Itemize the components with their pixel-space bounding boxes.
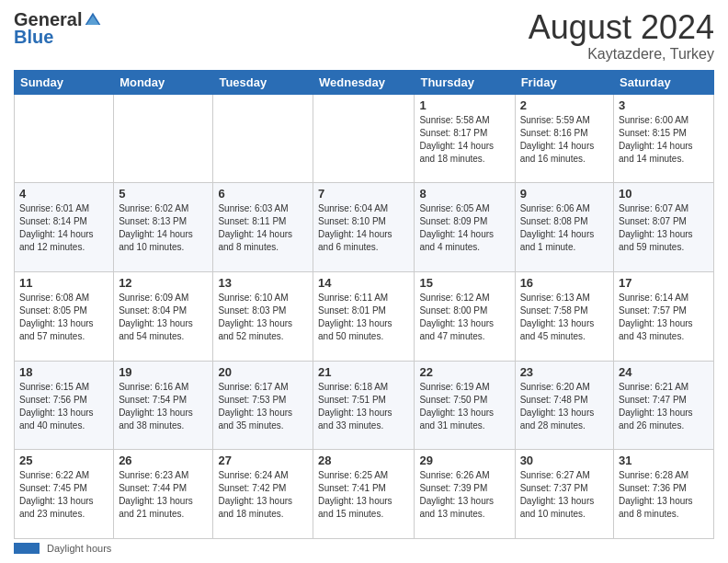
cal-cell: 11Sunrise: 6:08 AM Sunset: 8:05 PM Dayli… [15, 271, 114, 361]
day-number: 12 [119, 276, 208, 290]
calendar: SundayMondayTuesdayWednesdayThursdayFrid… [14, 70, 714, 539]
cal-cell [114, 94, 213, 183]
cal-cell: 9Sunrise: 6:06 AM Sunset: 8:08 PM Daylig… [515, 183, 613, 272]
day-detail: Sunrise: 6:28 AM Sunset: 7:36 PM Dayligh… [619, 470, 693, 519]
day-detail: Sunrise: 6:17 AM Sunset: 7:53 PM Dayligh… [218, 382, 292, 431]
day-detail: Sunrise: 6:13 AM Sunset: 7:58 PM Dayligh… [520, 293, 595, 341]
day-number: 10 [619, 187, 709, 201]
day-number: 4 [19, 187, 108, 201]
cal-cell: 30Sunrise: 6:27 AM Sunset: 7:37 PM Dayli… [515, 450, 613, 539]
day-number: 23 [520, 365, 609, 379]
cal-cell: 10Sunrise: 6:07 AM Sunset: 8:07 PM Dayli… [614, 183, 714, 272]
day-detail: Sunrise: 6:26 AM Sunset: 7:39 PM Dayligh… [419, 470, 494, 519]
day-header-monday: Monday [114, 70, 213, 94]
day-number: 24 [619, 365, 709, 379]
cal-cell: 25Sunrise: 6:22 AM Sunset: 7:45 PM Dayli… [15, 450, 114, 539]
logo-icon [84, 11, 102, 29]
week-row-3: 11Sunrise: 6:08 AM Sunset: 8:05 PM Dayli… [15, 271, 714, 361]
cal-cell: 16Sunrise: 6:13 AM Sunset: 7:58 PM Dayli… [515, 271, 613, 361]
day-detail: Sunrise: 6:20 AM Sunset: 7:48 PM Dayligh… [520, 382, 595, 431]
day-header-friday: Friday [515, 70, 613, 94]
cal-cell: 26Sunrise: 6:23 AM Sunset: 7:44 PM Dayli… [114, 450, 213, 539]
day-number: 8 [419, 187, 509, 201]
cal-cell: 8Sunrise: 6:05 AM Sunset: 8:09 PM Daylig… [415, 183, 515, 272]
day-detail: Sunrise: 6:12 AM Sunset: 8:00 PM Dayligh… [419, 293, 494, 341]
header-row: SundayMondayTuesdayWednesdayThursdayFrid… [15, 70, 714, 94]
week-row-4: 18Sunrise: 6:15 AM Sunset: 7:56 PM Dayli… [15, 361, 714, 450]
day-header-sunday: Sunday [15, 70, 114, 94]
cal-cell [313, 94, 415, 183]
day-detail: Sunrise: 6:25 AM Sunset: 7:41 PM Dayligh… [318, 470, 392, 519]
cal-cell: 4Sunrise: 6:01 AM Sunset: 8:14 PM Daylig… [15, 183, 114, 272]
day-number: 1 [419, 98, 509, 112]
day-number: 6 [218, 187, 308, 201]
day-detail: Sunrise: 6:16 AM Sunset: 7:54 PM Dayligh… [119, 382, 193, 431]
day-number: 16 [520, 276, 609, 290]
cal-cell: 20Sunrise: 6:17 AM Sunset: 7:53 PM Dayli… [213, 361, 313, 450]
cal-cell [213, 94, 313, 183]
day-number: 30 [520, 454, 609, 467]
week-row-1: 1Sunrise: 5:58 AM Sunset: 8:17 PM Daylig… [15, 94, 714, 183]
cal-cell: 6Sunrise: 6:03 AM Sunset: 8:11 PM Daylig… [213, 183, 313, 272]
day-number: 26 [119, 454, 208, 467]
day-header-thursday: Thursday [415, 70, 515, 94]
day-number: 9 [520, 187, 609, 201]
day-detail: Sunrise: 6:08 AM Sunset: 8:05 PM Dayligh… [19, 293, 94, 341]
day-detail: Sunrise: 6:15 AM Sunset: 7:56 PM Dayligh… [19, 382, 94, 431]
day-header-wednesday: Wednesday [313, 70, 415, 94]
day-header-tuesday: Tuesday [213, 70, 313, 94]
cal-cell: 29Sunrise: 6:26 AM Sunset: 7:39 PM Dayli… [415, 450, 515, 539]
day-detail: Sunrise: 6:01 AM Sunset: 8:14 PM Dayligh… [19, 203, 94, 252]
day-detail: Sunrise: 5:58 AM Sunset: 8:17 PM Dayligh… [419, 115, 494, 164]
cal-cell: 17Sunrise: 6:14 AM Sunset: 7:57 PM Dayli… [614, 271, 714, 361]
day-number: 19 [119, 365, 208, 379]
day-number: 5 [119, 187, 208, 201]
cal-cell: 23Sunrise: 6:20 AM Sunset: 7:48 PM Dayli… [515, 361, 613, 450]
location: Kaytazdere, Turkey [529, 46, 714, 63]
day-detail: Sunrise: 6:22 AM Sunset: 7:45 PM Dayligh… [19, 470, 94, 519]
day-detail: Sunrise: 6:18 AM Sunset: 7:51 PM Dayligh… [318, 382, 392, 431]
legend-label: Daylight hours [47, 543, 111, 554]
cal-cell: 28Sunrise: 6:25 AM Sunset: 7:41 PM Dayli… [313, 450, 415, 539]
cal-cell: 12Sunrise: 6:09 AM Sunset: 8:04 PM Dayli… [114, 271, 213, 361]
day-number: 17 [619, 276, 709, 290]
week-row-5: 25Sunrise: 6:22 AM Sunset: 7:45 PM Dayli… [15, 450, 714, 539]
calendar-table: SundayMondayTuesdayWednesdayThursdayFrid… [14, 70, 714, 539]
cal-cell: 22Sunrise: 6:19 AM Sunset: 7:50 PM Dayli… [415, 361, 515, 450]
day-number: 27 [218, 454, 308, 467]
day-detail: Sunrise: 6:21 AM Sunset: 7:47 PM Dayligh… [619, 382, 693, 431]
footer: Daylight hours [14, 543, 714, 554]
logo-blue: Blue [14, 27, 53, 48]
day-number: 7 [318, 187, 409, 201]
day-number: 28 [318, 454, 409, 467]
page: General Blue August 2024 Kaytazdere, Tur… [0, 0, 728, 563]
cal-cell: 24Sunrise: 6:21 AM Sunset: 7:47 PM Dayli… [614, 361, 714, 450]
day-number: 14 [318, 276, 409, 290]
cal-cell: 21Sunrise: 6:18 AM Sunset: 7:51 PM Dayli… [313, 361, 415, 450]
day-detail: Sunrise: 6:02 AM Sunset: 8:13 PM Dayligh… [119, 203, 193, 252]
cal-cell [15, 94, 114, 183]
day-number: 3 [619, 98, 709, 112]
day-number: 29 [419, 454, 509, 467]
cal-cell: 15Sunrise: 6:12 AM Sunset: 8:00 PM Dayli… [415, 271, 515, 361]
header: General Blue August 2024 Kaytazdere, Tur… [14, 9, 714, 63]
day-number: 25 [19, 454, 108, 467]
day-detail: Sunrise: 6:11 AM Sunset: 8:01 PM Dayligh… [318, 293, 392, 341]
day-detail: Sunrise: 6:14 AM Sunset: 7:57 PM Dayligh… [619, 293, 693, 341]
week-row-2: 4Sunrise: 6:01 AM Sunset: 8:14 PM Daylig… [15, 183, 714, 272]
cal-cell: 27Sunrise: 6:24 AM Sunset: 7:42 PM Dayli… [213, 450, 313, 539]
day-number: 31 [619, 454, 709, 467]
day-detail: Sunrise: 6:07 AM Sunset: 8:07 PM Dayligh… [619, 203, 693, 252]
day-detail: Sunrise: 6:23 AM Sunset: 7:44 PM Dayligh… [119, 470, 193, 519]
cal-cell: 3Sunrise: 6:00 AM Sunset: 8:15 PM Daylig… [614, 94, 714, 183]
cal-cell: 7Sunrise: 6:04 AM Sunset: 8:10 PM Daylig… [313, 183, 415, 272]
day-number: 2 [520, 98, 609, 112]
day-detail: Sunrise: 6:10 AM Sunset: 8:03 PM Dayligh… [218, 293, 292, 341]
cal-cell: 31Sunrise: 6:28 AM Sunset: 7:36 PM Dayli… [614, 450, 714, 539]
day-detail: Sunrise: 6:09 AM Sunset: 8:04 PM Dayligh… [119, 293, 193, 341]
day-detail: Sunrise: 6:27 AM Sunset: 7:37 PM Dayligh… [520, 470, 595, 519]
day-number: 21 [318, 365, 409, 379]
day-number: 18 [19, 365, 108, 379]
day-detail: Sunrise: 6:19 AM Sunset: 7:50 PM Dayligh… [419, 382, 494, 431]
day-detail: Sunrise: 6:24 AM Sunset: 7:42 PM Dayligh… [218, 470, 292, 519]
